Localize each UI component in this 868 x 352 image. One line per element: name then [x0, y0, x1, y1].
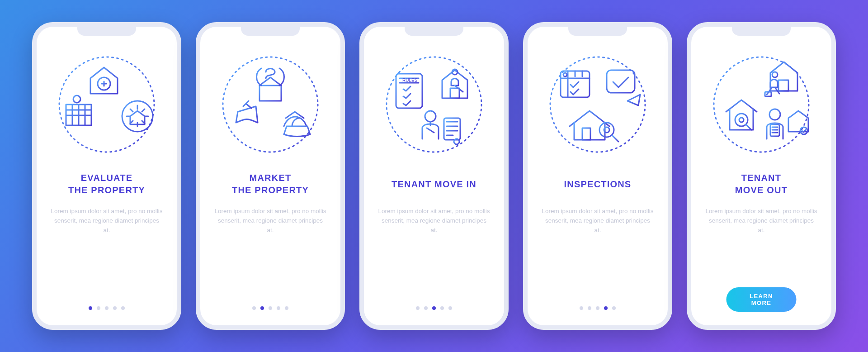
- svg-rect-17: [582, 128, 590, 140]
- svg-rect-23: [765, 92, 771, 96]
- dot[interactable]: [260, 306, 264, 310]
- dot[interactable]: [113, 306, 117, 310]
- onboarding-row: EVALUATE THE PROPERTY Lorem ipsum dolor …: [32, 22, 836, 330]
- phone-notch: [732, 26, 791, 36]
- svg-point-4: [223, 57, 318, 152]
- svg-point-10: [425, 111, 436, 122]
- svg-point-22: [772, 72, 778, 77]
- screen-description: Lorem ipsum dolor sit amet, pro no molli…: [377, 207, 491, 235]
- market-property-icon: [216, 50, 325, 159]
- page-indicator: [580, 306, 616, 310]
- dot[interactable]: [269, 306, 272, 310]
- dot[interactable]: [432, 306, 436, 310]
- inspections-icon: [543, 50, 652, 159]
- tenant-move-out-icon: [707, 50, 816, 159]
- svg-point-25: [739, 118, 744, 122]
- dot[interactable]: [596, 306, 599, 310]
- phone-notch: [568, 26, 627, 36]
- dot[interactable]: [277, 306, 280, 310]
- screen-title: INSPECTIONS: [564, 171, 632, 197]
- learn-more-button[interactable]: LEARN MORE: [726, 287, 797, 312]
- screen-description: Lorem ipsum dolor sit amet, pro no molli…: [541, 207, 654, 235]
- dot[interactable]: [580, 306, 583, 310]
- screen-description: Lorem ipsum dolor sit amet, pro no molli…: [214, 207, 327, 235]
- phone-notch: [241, 26, 300, 36]
- svg-point-26: [769, 109, 780, 120]
- dot[interactable]: [448, 306, 452, 310]
- screen-description: Lorem ipsum dolor sit amet, pro no molli…: [50, 207, 163, 235]
- phone-notch: [405, 26, 463, 36]
- evaluate-property-icon: [52, 50, 161, 159]
- svg-text:RULES: RULES: [402, 78, 418, 83]
- dot[interactable]: [588, 306, 591, 310]
- dot[interactable]: [89, 306, 92, 310]
- svg-point-15: [563, 73, 567, 76]
- svg-rect-21: [778, 80, 788, 91]
- screen-title: TENANT MOVE OUT: [735, 171, 788, 197]
- screen-title: MARKET THE PROPERTY: [232, 171, 309, 197]
- svg-rect-8: [450, 88, 459, 98]
- dot[interactable]: [416, 306, 420, 310]
- dot[interactable]: [252, 306, 256, 310]
- svg-rect-16: [607, 70, 635, 93]
- page-indicator: [89, 306, 125, 310]
- screen-description: Lorem ipsum dolor sit amet, pro no molli…: [705, 207, 818, 235]
- phone-mockup: EVALUATE THE PROPERTY Lorem ipsum dolor …: [32, 22, 181, 330]
- svg-point-2: [73, 95, 80, 103]
- page-indicator: [252, 306, 288, 310]
- page-indicator: [416, 306, 452, 310]
- tenant-move-in-icon: RULES: [380, 50, 488, 159]
- phone-notch: [77, 26, 136, 36]
- dot[interactable]: [424, 306, 428, 310]
- svg-point-5: [387, 57, 481, 152]
- phone-mockup: INSPECTIONS Lorem ipsum dolor sit amet, …: [523, 22, 672, 330]
- phone-mockup: MARKET THE PROPERTY Lorem ipsum dolor si…: [196, 22, 345, 330]
- dot[interactable]: [105, 306, 108, 310]
- dot[interactable]: [440, 306, 444, 310]
- dot[interactable]: [612, 306, 616, 310]
- phone-mockup: TENANT MOVE OUT Lorem ipsum dolor sit am…: [687, 22, 836, 330]
- screen-title: EVALUATE THE PROPERTY: [68, 171, 145, 197]
- dot[interactable]: [285, 306, 288, 310]
- dot[interactable]: [604, 306, 608, 310]
- dot[interactable]: [121, 306, 125, 310]
- phone-mockup: RULES TENANT MOVE IN Lorem ipsum dolor s…: [359, 22, 509, 330]
- dot[interactable]: [97, 306, 100, 310]
- screen-title: TENANT MOVE IN: [392, 171, 476, 197]
